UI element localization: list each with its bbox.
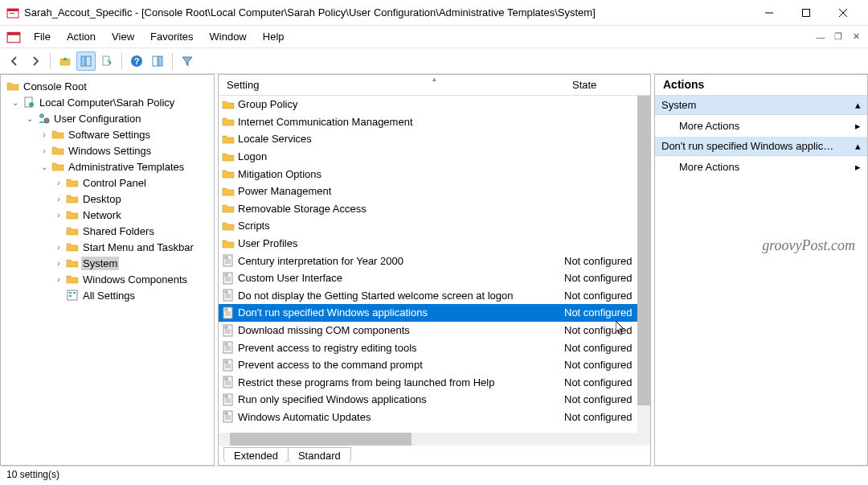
mdi-minimize-icon[interactable]: — (813, 30, 828, 44)
tree-user-config[interactable]: ⌄ User Configuration (1, 110, 214, 126)
row-name: Logon (238, 150, 564, 162)
vertical-scrollbar[interactable] (637, 96, 650, 433)
list-row[interactable]: Do not display the Getting Started welco… (219, 287, 650, 305)
chevron-right-icon[interactable]: › (54, 242, 63, 252)
folder-icon (66, 224, 79, 237)
list-row[interactable]: Scripts (219, 217, 650, 235)
folder-icon (222, 115, 235, 128)
tree-shared-folders[interactable]: Shared Folders (1, 223, 214, 239)
list-row[interactable]: Removable Storage Access (219, 200, 650, 218)
tree-windows-components[interactable]: › Windows Components (1, 271, 214, 287)
chevron-right-icon[interactable]: › (54, 274, 63, 284)
policy-icon (222, 289, 235, 302)
column-setting[interactable]: Setting (219, 76, 564, 94)
list-row[interactable]: Locale Services (219, 130, 650, 148)
scrollbar-thumb[interactable] (230, 433, 411, 446)
horizontal-scrollbar[interactable] (219, 433, 650, 446)
chevron-down-icon[interactable]: ⌄ (10, 97, 20, 107)
menu-view[interactable]: View (104, 27, 142, 46)
chevron-down-icon[interactable]: ⌄ (25, 113, 35, 123)
action-more-system[interactable]: More Actions ▸ (655, 115, 867, 137)
folder-icon (222, 133, 235, 146)
list-row[interactable]: Prevent access to the command promptNot … (219, 356, 650, 374)
action-more-selected[interactable]: More Actions ▸ (655, 156, 867, 178)
tab-extended[interactable]: Extended (223, 447, 289, 463)
tree-pane[interactable]: Console Root ⌄ Local Computer\Sarah Poli… (0, 74, 215, 466)
row-name: Group Policy (238, 98, 564, 110)
tree-network[interactable]: › Network (1, 207, 214, 223)
tree-system[interactable]: › System (1, 255, 214, 271)
tree-admin-templates[interactable]: ⌄ Administrative Templates (1, 158, 214, 175)
chevron-right-icon[interactable]: › (39, 129, 49, 139)
svg-rect-66 (225, 396, 227, 397)
list-row[interactable]: Internet Communication Management (219, 113, 650, 131)
list-row[interactable]: Prevent access to registry editing tools… (219, 339, 650, 356)
list-row[interactable]: Don't run specified Windows applications… (219, 304, 650, 322)
title-bar: Sarah_Accout_Specific - [Console Root\Lo… (0, 0, 868, 26)
help-button[interactable]: ? (127, 51, 146, 71)
mdi-close-icon[interactable]: ✕ (849, 30, 863, 44)
export-button[interactable] (97, 51, 117, 71)
tree-windows-settings[interactable]: › Windows Settings (1, 142, 214, 158)
policy-icon (222, 272, 235, 285)
menu-window[interactable]: Window (202, 27, 255, 46)
menu-help[interactable]: Help (255, 27, 293, 46)
close-button[interactable] (825, 0, 862, 26)
list-row[interactable]: Restrict these programs from being launc… (219, 374, 650, 392)
list-row[interactable]: Windows Automatic UpdatesNot configured (219, 409, 650, 426)
folder-icon (6, 80, 19, 92)
chevron-right-icon[interactable]: › (54, 194, 63, 203)
scrollbar-thumb[interactable] (637, 96, 650, 405)
list-row[interactable]: Custom User InterfaceNot configured (219, 269, 650, 287)
chevron-down-icon[interactable]: ⌄ (39, 162, 49, 171)
list-body[interactable]: Group PolicyInternet Communication Manag… (219, 96, 650, 433)
show-actions-button[interactable] (148, 51, 167, 71)
list-row[interactable]: Group Policy (219, 96, 650, 113)
chevron-right-icon[interactable]: › (54, 258, 63, 268)
list-row[interactable]: User Profiles (219, 235, 650, 253)
tree-console-root[interactable]: Console Root (1, 78, 214, 94)
chevron-up-icon: ▴ (855, 99, 861, 111)
menu-file[interactable]: File (26, 27, 59, 46)
list-row[interactable]: Download missing COM componentsNot confi… (219, 322, 650, 339)
tree-desktop[interactable]: › Desktop (1, 191, 214, 207)
row-name: Run only specified Windows applications (238, 393, 564, 405)
list-row[interactable]: Power Management (219, 183, 650, 200)
forward-button[interactable] (26, 51, 45, 71)
column-state[interactable]: State (564, 76, 650, 94)
menu-favorites[interactable]: Favorites (142, 27, 201, 46)
chevron-right-icon[interactable]: › (39, 146, 49, 155)
tree-control-panel[interactable]: › Control Panel (1, 175, 214, 191)
policy-icon (222, 306, 235, 319)
action-group-system[interactable]: System ▴ (655, 96, 867, 115)
folder-icon (222, 220, 235, 232)
tree-software-settings[interactable]: › Software Settings (1, 126, 214, 142)
mdi-restore-icon[interactable]: ❐ (831, 30, 845, 44)
list-row[interactable]: Run only specified Windows applicationsN… (219, 391, 650, 409)
main-area: Console Root ⌄ Local Computer\Sarah Poli… (0, 74, 868, 466)
tree-all-settings[interactable]: All Settings (1, 287, 214, 303)
row-name: Custom User Interface (238, 272, 564, 284)
back-button[interactable] (5, 51, 24, 71)
maximize-button[interactable] (788, 0, 825, 26)
show-tree-button[interactable] (76, 51, 96, 71)
chevron-right-icon[interactable]: › (54, 210, 63, 220)
folder-icon (66, 176, 79, 189)
tab-standard[interactable]: Standard (288, 447, 351, 463)
action-group-selected[interactable]: Don't run specified Windows applicat... … (655, 137, 867, 156)
up-button[interactable] (55, 51, 75, 71)
list-row[interactable]: Century interpretation for Year 2000Not … (219, 252, 650, 269)
policy-icon (222, 393, 235, 406)
folder-icon (66, 257, 79, 269)
svg-rect-46 (225, 327, 227, 328)
list-row[interactable]: Logon (219, 148, 650, 166)
filter-button[interactable] (178, 51, 197, 71)
minimize-button[interactable] (751, 0, 788, 26)
tree-start-menu[interactable]: › Start Menu and Taskbar (1, 239, 214, 255)
chevron-right-icon[interactable]: › (54, 178, 63, 187)
tree-local-policy[interactable]: ⌄ Local Computer\Sarah Policy (1, 94, 214, 110)
svg-rect-8 (7, 32, 20, 35)
list-row[interactable]: Mitigation Options (219, 165, 650, 183)
folder-icon (222, 237, 235, 250)
menu-action[interactable]: Action (59, 27, 104, 46)
